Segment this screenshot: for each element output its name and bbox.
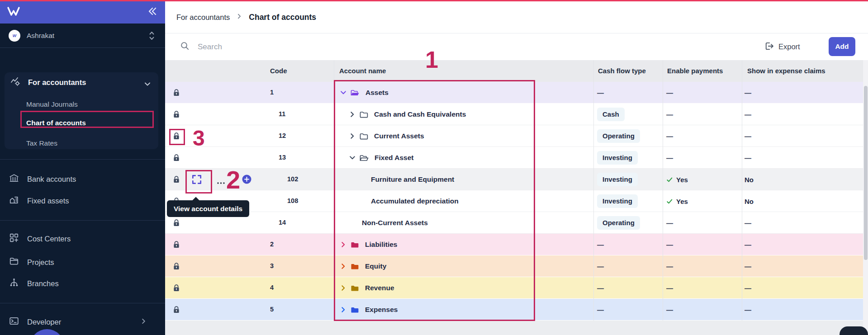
lock-icon: [173, 89, 180, 96]
table-body: 1Assets———11Cash and Cash EquivalentsCas…: [165, 82, 868, 321]
account-name: Furniture and Equipment: [371, 175, 454, 184]
terminal-icon: [9, 316, 19, 328]
table-row-4[interactable]: 4Revenue———: [165, 277, 868, 299]
sidebar-item-tax-rates[interactable]: Tax Rates: [26, 139, 57, 147]
collapse-sidebar-icon[interactable]: [147, 6, 157, 18]
account-name: Revenue: [365, 284, 394, 292]
search-input[interactable]: [198, 42, 514, 52]
sidebar-item-cost-centers[interactable]: Cost Centers: [0, 228, 165, 250]
cash-flow-type-cell: Cash: [597, 104, 625, 125]
user-menu[interactable]: W Ashrakat: [0, 24, 165, 47]
chevron-down-icon[interactable]: [340, 90, 346, 96]
sidebar-item-for-accountants[interactable]: For accountants: [5, 75, 158, 90]
account-code: 12: [279, 125, 286, 146]
column-header-account-name[interactable]: Account name: [339, 60, 386, 82]
account-code: 1: [270, 82, 274, 103]
sidebar-item-fixed-assets[interactable]: Fixed assets: [0, 190, 165, 212]
table-row-13[interactable]: 13Fixed AssetInvesting——: [165, 147, 868, 169]
page-title: Chart of accounts: [249, 13, 316, 22]
chevron-right-icon[interactable]: [340, 285, 346, 291]
table-row-102[interactable]: 102Furniture and EquipmentInvestingYesNo: [165, 169, 868, 190]
sidebar-item-label: Projects: [27, 258, 54, 267]
sidebar-item-bank-accounts[interactable]: Bank accounts: [0, 168, 165, 190]
chevron-down-icon[interactable]: [349, 155, 356, 161]
cash-flow-type-badge: Operating: [597, 216, 640, 230]
scrollbar-track[interactable]: [863, 60, 868, 335]
annotation-digit-3: 3: [193, 127, 205, 149]
table-row-5[interactable]: 5Expenses———: [165, 299, 868, 321]
chevron-right-icon[interactable]: [340, 307, 346, 313]
cash-flow-type-cell: —: [597, 255, 604, 277]
lock-icon: [173, 306, 180, 313]
empty-value: —: [666, 219, 673, 227]
column-header-code[interactable]: Code: [270, 60, 287, 82]
enable-payments-cell: —: [666, 125, 673, 147]
cash-flow-type-cell: Investing: [597, 169, 638, 190]
table-row-2[interactable]: 2Liabilities———: [165, 234, 868, 255]
folder-closed-icon: [351, 263, 359, 270]
account-name: Liabilities: [365, 241, 398, 249]
add-sub-account-icon[interactable]: [242, 175, 251, 186]
empty-value: —: [745, 306, 751, 314]
breadcrumb-chevron-icon: [236, 13, 242, 21]
empty-value: —: [745, 111, 751, 118]
sidebar-item-projects[interactable]: Projects: [0, 251, 165, 273]
annotation-digit-2: 2: [226, 167, 240, 193]
empty-value: —: [666, 241, 673, 249]
cash-flow-type-badge: Cash: [597, 108, 625, 121]
sidebar-item-developer[interactable]: Developer: [0, 311, 165, 333]
sidebar-header: [0, 0, 165, 24]
table-row-11[interactable]: 11Cash and Cash EquivalentsCash——: [165, 104, 868, 125]
column-header-cash-flow-type[interactable]: Cash flow type: [598, 60, 646, 82]
cash-flow-type-badge: Investing: [597, 151, 638, 165]
enable-payments-cell: —: [666, 212, 673, 234]
scrollbar-thumb[interactable]: [864, 86, 868, 260]
folder-closed-icon: [351, 241, 359, 249]
add-button[interactable]: Add: [829, 37, 855, 56]
lock-icon: [173, 175, 180, 183]
lock-icon: [173, 241, 180, 248]
view-account-details-tooltip: View account details: [167, 200, 249, 217]
account-name-cell: Expenses: [340, 299, 398, 321]
sidebar-item-chart-of-accounts[interactable]: Chart of accounts: [26, 119, 86, 127]
chevron-right-icon[interactable]: [340, 263, 346, 269]
empty-value: —: [666, 154, 673, 162]
chat-launcher-button[interactable]: [840, 326, 868, 335]
expense-claims-cell: —: [745, 299, 751, 321]
more-options-icon[interactable]: [217, 178, 225, 186]
column-header-show-in-expense-claims[interactable]: Show in expense claims: [747, 60, 825, 82]
chevron-right-icon: [140, 318, 147, 326]
enable-payments-cell: —: [666, 299, 673, 321]
folder-closed-icon: [351, 284, 359, 292]
cash-flow-type-cell: —: [597, 234, 604, 255]
cash-flow-type-cell: —: [597, 299, 604, 321]
account-name: Equity: [365, 262, 386, 270]
table-row-108[interactable]: 108Accumulated depreciationInvestingYesN…: [165, 190, 868, 212]
app-window: W Ashrakat For accountants Manual Journa…: [0, 0, 868, 335]
account-name: Fixed Asset: [375, 154, 413, 162]
wafeq-logo-icon[interactable]: [6, 5, 21, 20]
table-row-1[interactable]: 1Assets———: [165, 82, 868, 104]
table-row-14[interactable]: 14Non-Current AssetsOperating——: [165, 212, 868, 234]
table-row-3[interactable]: 3Equity———: [165, 255, 868, 277]
table-row-12[interactable]: 12Current AssetsOperating——: [165, 125, 868, 147]
breadcrumb-parent[interactable]: For accountants: [176, 13, 230, 22]
sidebar-section-label: For accountants: [28, 78, 86, 87]
account-name: Assets: [365, 89, 389, 97]
chevron-right-icon[interactable]: [340, 241, 346, 248]
chevron-right-icon[interactable]: [349, 111, 356, 118]
sidebar-item-manual-journals[interactable]: Manual Journals: [26, 100, 78, 109]
export-button[interactable]: Export: [764, 33, 800, 60]
account-code: 3: [270, 255, 274, 277]
chevron-right-icon[interactable]: [349, 133, 356, 139]
expense-claims-cell: —: [745, 125, 751, 147]
view-account-details-icon[interactable]: [191, 174, 203, 187]
cash-flow-type-cell: Operating: [597, 125, 640, 147]
page-background: [165, 321, 868, 335]
column-header-enable-payments[interactable]: Enable payments: [667, 60, 723, 82]
account-switcher-icon[interactable]: [148, 31, 155, 42]
empty-value: —: [597, 306, 604, 314]
breadcrumb: For accountants Chart of accounts: [176, 1, 316, 33]
cash-flow-type-badge: Investing: [597, 173, 638, 186]
sidebar-item-branches[interactable]: Branches: [0, 273, 165, 294]
